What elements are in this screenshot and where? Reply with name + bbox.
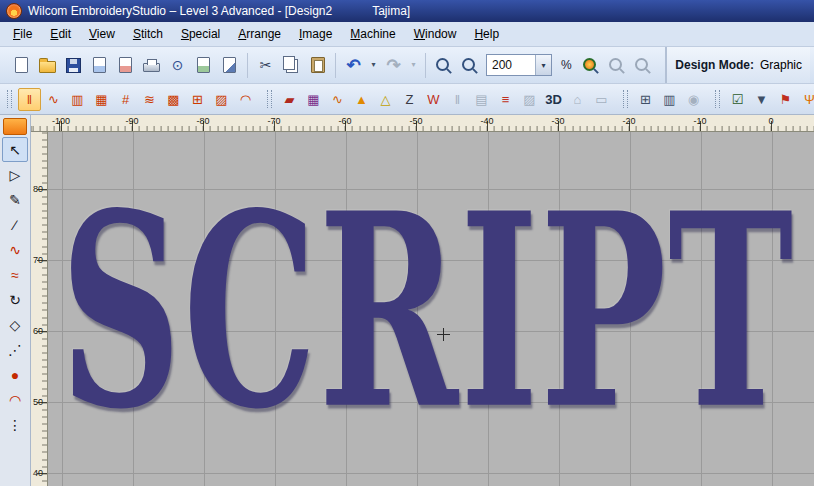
rotate-tool[interactable]: ↻ <box>2 287 28 312</box>
zoom-tool-icon[interactable] <box>431 53 456 78</box>
zoom-1to1-icon[interactable] <box>457 53 482 78</box>
design-mode-value[interactable]: Graphic <box>760 58 802 72</box>
select-object-tool[interactable]: ↖ <box>2 137 28 162</box>
filter-objects-icon[interactable]: ▼ <box>750 88 773 111</box>
zoom-to-fit-icon[interactable] <box>578 53 603 78</box>
h-ruler-label: -80 <box>189 116 217 126</box>
combo-dropdown-icon[interactable]: ▾ <box>535 55 551 75</box>
workspace: -100-90-80-70-60-50-40-30-20-100 8070605… <box>31 115 814 486</box>
h-ruler-label: -50 <box>402 116 430 126</box>
travel-run-icon[interactable]: ‖ <box>446 88 469 111</box>
polygon-tool[interactable]: ◇ <box>2 312 28 337</box>
carving-stamp-icon[interactable]: ▨ <box>518 88 541 111</box>
effects-group: ▰▦∿▲△ZW‖▤≡▨3D⌂▭ <box>262 88 618 111</box>
object-properties-icon[interactable]: ☑ <box>726 88 749 111</box>
smooth-curves-icon[interactable]: Z <box>398 88 421 111</box>
outline-box-icon[interactable]: ▭ <box>590 88 613 111</box>
send-to-machine-icon[interactable] <box>217 53 242 78</box>
overlap-warning-icon[interactable]: △ <box>374 88 397 111</box>
menu-arrange[interactable]: Arrange <box>229 24 290 44</box>
jump-stitch-icon[interactable]: ▤ <box>470 88 493 111</box>
menu-stitch[interactable]: Stitch <box>124 24 172 44</box>
h-ruler-label: -90 <box>118 116 146 126</box>
standard-toolbar: ⊙ ✂ ↶▾↷▾ 200 ▾ % Design Mode: Graphic <box>0 47 814 84</box>
save-design-icon[interactable] <box>61 53 86 78</box>
undo-icon[interactable]: ↶ <box>341 53 366 78</box>
v-ruler-label: 40 <box>31 468 45 478</box>
print-icon[interactable] <box>139 53 164 78</box>
wave-fill-icon[interactable]: ≋ <box>138 88 161 111</box>
redo-dropdown-icon[interactable]: ▾ <box>407 53 420 78</box>
textured-edge-icon[interactable]: ▲ <box>350 88 373 111</box>
menu-help[interactable]: Help <box>465 24 508 44</box>
knife-tool[interactable]: ∕ <box>2 212 28 237</box>
color-blend-icon[interactable]: ≡ <box>494 88 517 111</box>
pattern-fill-icon[interactable]: ▩ <box>162 88 185 111</box>
menu-file[interactable]: File <box>4 24 41 44</box>
contour-fill-icon[interactable]: ▨ <box>210 88 233 111</box>
zoom-out-icon[interactable] <box>630 53 655 78</box>
view-group: ⊞▥◉ <box>618 88 710 111</box>
insert-design-icon[interactable] <box>87 53 112 78</box>
wave-stitch-tool[interactable]: ≈ <box>2 262 28 287</box>
show-grid-icon[interactable]: ⊞ <box>634 88 657 111</box>
cross-stitch-icon[interactable]: # <box>114 88 137 111</box>
h-ruler-label: -70 <box>260 116 288 126</box>
print-preview-icon[interactable]: ⊙ <box>165 53 190 78</box>
toolbox-handle[interactable] <box>3 118 27 135</box>
crosshair-cursor <box>437 328 450 341</box>
paste-icon[interactable] <box>305 53 330 78</box>
zoom-in-icon[interactable] <box>604 53 629 78</box>
zoom-level-value: 200 <box>487 58 535 72</box>
undo-dropdown-icon[interactable]: ▾ <box>367 53 380 78</box>
view-3d-icon[interactable]: 3D <box>542 88 565 111</box>
freehand-stitch-tool[interactable]: ∿ <box>2 237 28 262</box>
clipboard-group: ✂ <box>247 53 335 78</box>
v-ruler-label: 60 <box>31 326 45 336</box>
h-ruler-label: -30 <box>544 116 572 126</box>
horizontal-ruler: -100-90-80-70-60-50-40-30-20-100 <box>31 115 814 132</box>
show-rulers-icon[interactable]: ▥ <box>658 88 681 111</box>
menu-edit[interactable]: Edit <box>41 24 80 44</box>
menu-view[interactable]: View <box>80 24 124 44</box>
run-stitch-icon[interactable]: ∿ <box>42 88 65 111</box>
color-film-icon[interactable]: ⚑ <box>774 88 797 111</box>
density-icon[interactable]: ▦ <box>302 88 325 111</box>
applique-icon[interactable]: ⊞ <box>186 88 209 111</box>
reshape-object-tool[interactable]: ▷ <box>2 162 28 187</box>
design-canvas[interactable]: SCRIPT <box>48 132 814 486</box>
more-tools[interactable]: ⋮ <box>2 412 28 437</box>
menu-special[interactable]: Special <box>172 24 229 44</box>
zigzag-effect-icon[interactable]: ∿ <box>326 88 349 111</box>
satin-stitch-icon[interactable]: ‖ <box>18 88 41 111</box>
zoom-level-combo[interactable]: 200 ▾ <box>486 54 552 76</box>
arc-stitch-icon[interactable]: ◠ <box>234 88 257 111</box>
design-mode-group: Design Mode: Graphic <box>665 47 810 83</box>
branching-icon[interactable]: Ψ <box>798 88 814 111</box>
menu-image[interactable]: Image <box>290 24 341 44</box>
arch-tool[interactable]: ◠ <box>2 387 28 412</box>
export-design-icon[interactable] <box>191 53 216 78</box>
h-ruler-label: -20 <box>615 116 643 126</box>
redo-icon[interactable]: ↷ <box>381 53 406 78</box>
menu-window[interactable]: Window <box>405 24 466 44</box>
snap-to-grid-icon[interactable]: ◉ <box>682 88 705 111</box>
titlebar[interactable]: Wilcom EmbroideryStudio – Level 3 Advanc… <box>0 0 814 22</box>
new-design-icon[interactable] <box>9 53 34 78</box>
morph-effect-icon[interactable]: ⌂ <box>566 88 589 111</box>
stitch-angle-icon[interactable]: W <box>422 88 445 111</box>
underlay-icon[interactable]: ▰ <box>278 88 301 111</box>
docker-group: ☑▼⚑Ψ <box>710 88 814 111</box>
v-ruler-label: 80 <box>31 184 45 194</box>
copy-icon[interactable] <box>279 53 304 78</box>
motif-fill-icon[interactable]: ▦ <box>90 88 113 111</box>
open-design-icon[interactable] <box>35 53 60 78</box>
cut-icon[interactable]: ✂ <box>253 53 278 78</box>
save-as-icon[interactable] <box>113 53 138 78</box>
node-edit-tool[interactable]: ⋰ <box>2 337 28 362</box>
embroidery-object-script[interactable]: SCRIPT <box>60 172 795 452</box>
lettering-tool[interactable]: ✎ <box>2 187 28 212</box>
circle-tool[interactable]: ● <box>2 362 28 387</box>
menu-machine[interactable]: Machine <box>341 24 404 44</box>
tatami-fill-icon[interactable]: ▥ <box>66 88 89 111</box>
